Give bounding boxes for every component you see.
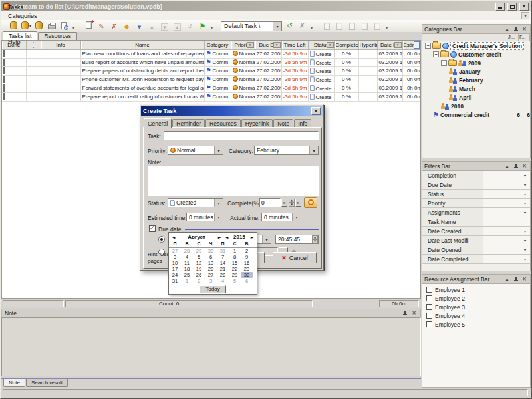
tree-item-february[interactable]: February [422, 76, 530, 84]
close-icon[interactable]: × [410, 309, 418, 317]
apply-template-button[interactable]: ↺ [283, 21, 296, 31]
estimated-cell[interactable]: 0h 0m [402, 49, 421, 58]
chevron-down-icon[interactable]: ▾ [521, 237, 529, 244]
calendar-day[interactable]: 3 [169, 254, 181, 260]
toolbar-grip[interactable] [3, 22, 5, 30]
name-cell[interactable]: Plan new conditions of loans and rates o… [80, 49, 204, 58]
flag-cell[interactable] [26, 84, 41, 92]
open-database-button[interactable]: ▾ [20, 20, 33, 31]
customize-columns-button[interactable] [414, 41, 420, 49]
estimated-cell[interactable]: 0h 0m [402, 58, 421, 66]
category-cell[interactable]: ⚑Comm [204, 58, 231, 66]
calendar-day[interactable]: 5 [193, 254, 205, 260]
filter-value-combo[interactable]: ▾ [483, 208, 530, 217]
priority-cell[interactable]: Norma [231, 66, 255, 75]
status-cell[interactable]: Create [308, 75, 334, 84]
chevron-down-icon[interactable]: ▾ [292, 213, 301, 221]
hyperlink-cell[interactable] [358, 58, 377, 66]
calendar-day[interactable]: 3 [205, 278, 217, 284]
chevron-down-icon[interactable]: ▾ [214, 199, 223, 207]
time-left-cell[interactable]: -3d 5h 9m [281, 49, 308, 58]
once-radio[interactable] [158, 236, 165, 243]
toolbar-grip[interactable] [78, 22, 80, 30]
close-button[interactable]: × [519, 3, 529, 11]
calendar-day[interactable]: 22 [229, 266, 241, 272]
calendar-day[interactable]: 25 [181, 272, 193, 278]
table-row[interactable]: Build report of accounts which have unpa… [2, 58, 421, 66]
tab-resources[interactable]: Resources [38, 32, 77, 40]
chevron-down-icon[interactable]: ▾ [521, 247, 529, 253]
delete-template-button[interactable]: ✗ [296, 21, 309, 31]
status-cell[interactable]: Create [308, 92, 334, 101]
priority-cell[interactable]: Norma [231, 92, 255, 101]
category-combo[interactable]: February ▾ [254, 146, 319, 155]
column-header-time-left[interactable]: Time Left [281, 41, 308, 49]
calendar-day[interactable]: 2 [193, 278, 205, 284]
table-row[interactable]: Phone customer Mr. John Robertson to req… [2, 75, 421, 84]
toolbar-grip[interactable] [217, 22, 219, 30]
filter-value-combo[interactable]: ▾ [483, 236, 530, 245]
priority-cell[interactable]: Norma [231, 58, 255, 66]
bottom-tab-note[interactable]: Note [3, 379, 25, 387]
date-last-cell[interactable]: 03.2009 18 [377, 49, 402, 58]
tree-item-2010[interactable]: 2010 [422, 102, 530, 110]
priority-cell[interactable]: Norma [231, 84, 255, 92]
step-up-button[interactable]: » [295, 199, 301, 207]
chevron-down-icon[interactable]: ▾ [521, 191, 529, 198]
complete-cell[interactable]: 0 % [334, 49, 358, 58]
calendar-day[interactable]: 7 [217, 254, 229, 260]
move-task-down-button[interactable]: ▼ [133, 22, 146, 33]
chevron-down-icon[interactable]: ▾ [262, 235, 271, 243]
filter-value-combo[interactable] [483, 217, 530, 226]
time-left-cell[interactable]: -3d 5h 9m [281, 75, 308, 84]
calendar-day[interactable]: 29 [193, 248, 205, 254]
dialog-tab-reminder[interactable]: Reminder [172, 119, 205, 127]
flag-cell[interactable] [26, 49, 41, 58]
collapse-icon[interactable]: ▴ [503, 275, 511, 283]
cancel-button[interactable]: ✖ Cancel [273, 252, 317, 263]
status-combo[interactable]: Created ▾ [168, 198, 223, 207]
dialog-close-button[interactable]: × [311, 107, 321, 115]
complete-cell[interactable]: 0 % [334, 84, 358, 92]
calendar-day[interactable]: 26 [193, 272, 205, 278]
chevron-down-icon[interactable]: ▾ [273, 22, 281, 31]
calendar-day[interactable]: 27 [169, 248, 181, 254]
time-left-cell[interactable]: -3d 5h 9m [281, 58, 308, 66]
note-textarea[interactable] [148, 166, 319, 196]
complete-cell[interactable]: 0 % [334, 75, 358, 84]
complete-task-button[interactable]: ⚑ [196, 21, 209, 32]
dialog-tab-resources[interactable]: Resources [205, 119, 241, 127]
calendar-day[interactable]: 31 [217, 248, 229, 254]
toolbar-overflow-button[interactable]: ▾ [70, 21, 76, 31]
column-header-status[interactable]: Status▾ [308, 41, 334, 49]
done-checkbox[interactable] [3, 50, 5, 57]
resource-checkbox[interactable] [426, 304, 432, 310]
pin-icon[interactable] [513, 276, 519, 283]
collapse-icon[interactable]: ▴ [503, 25, 511, 33]
resource-checkbox[interactable] [426, 287, 432, 293]
time-left-cell[interactable]: -3d 5h 9m [281, 66, 308, 75]
date-last-cell[interactable]: 03.2009 18 [377, 66, 402, 75]
calendar-day[interactable]: 17 [169, 266, 181, 272]
filter-value-combo[interactable]: ▾ [483, 190, 530, 198]
flag-cell[interactable] [26, 92, 41, 101]
calendar-day[interactable]: 21 [217, 266, 229, 272]
name-cell[interactable]: Build report of accounts which have unpa… [80, 58, 204, 66]
filter-value-combo[interactable]: ▾ [483, 180, 530, 189]
tree-item-january[interactable]: January [422, 67, 530, 76]
table-row[interactable]: Forward statements of overdue accounts f… [2, 84, 421, 92]
calendar-day[interactable]: 20 [205, 266, 217, 272]
name-cell[interactable]: Phone customer Mr. John Robertson to req… [80, 75, 204, 84]
complete-cell[interactable]: 0 % [334, 58, 358, 66]
calendar-day-selected[interactable]: 30 [241, 272, 253, 278]
info-cell[interactable] [41, 92, 80, 101]
column-header-due-da[interactable]: Due Da▾ [255, 41, 281, 49]
calendar-day[interactable]: 12 [193, 260, 205, 266]
close-icon[interactable]: × [521, 25, 528, 33]
calendar-day[interactable]: 2 [241, 248, 253, 254]
tree-expander-icon[interactable]: − [441, 60, 447, 66]
column-header-date-la[interactable]: Date La▾ [377, 41, 402, 49]
toolbar-overflow-button[interactable]: ▾ [384, 21, 390, 31]
calendar-day[interactable]: 1 [229, 248, 241, 254]
done-cell[interactable] [2, 49, 26, 58]
